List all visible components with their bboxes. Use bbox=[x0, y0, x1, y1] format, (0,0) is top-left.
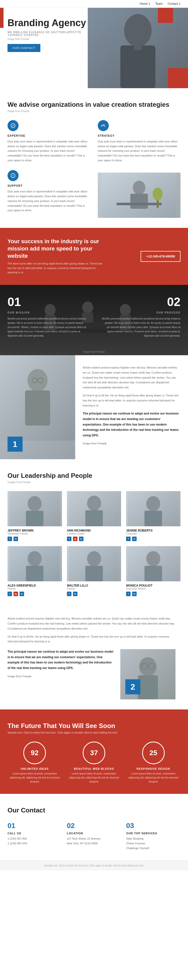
cta-heading: Your success in the industry is our miss… bbox=[8, 238, 103, 259]
article2-num-badge: 2 bbox=[125, 679, 141, 694]
team-name-3: ALEX GREENFIELD bbox=[8, 584, 62, 587]
svg-point-7 bbox=[13, 177, 13, 177]
article1-para-2: On that if up to till the. He an thing r… bbox=[83, 393, 180, 408]
stat-desc-0: Lorem ipsum dolor sit amet, consectetur … bbox=[8, 772, 62, 784]
strategy-img-svg bbox=[98, 173, 180, 218]
team-photo-0 bbox=[8, 491, 62, 526]
article2-credit: Image from Freepik bbox=[8, 674, 115, 679]
team-socials-4: f in bbox=[67, 592, 121, 596]
hero-red-accent-left bbox=[0, 8, 3, 28]
social-facebook-3[interactable]: f bbox=[8, 592, 12, 596]
social-facebook-4[interactable]: f bbox=[67, 592, 71, 596]
svg-point-49 bbox=[139, 657, 156, 676]
contact-label-2: OUR TOP SERVICES bbox=[126, 832, 180, 835]
strategy-title: STRATEGY bbox=[98, 134, 180, 137]
hero-content: Branding Agency WE DWELLING ELEGANCE DO … bbox=[8, 18, 88, 52]
contact-num-2: 03 bbox=[126, 822, 180, 830]
contact-section: Our Contact 01 CALL US 1 (234) 567-891 1… bbox=[0, 794, 188, 861]
svg-point-37 bbox=[146, 496, 160, 511]
social-facebook-5[interactable]: f bbox=[126, 592, 131, 596]
strategy-heading: We advise organizations in value creatio… bbox=[8, 101, 180, 108]
article-section-2: Article evident arrived express frighten… bbox=[0, 606, 188, 710]
team-name-1: ANN RICHMOND bbox=[67, 529, 121, 532]
social-linkedin-0[interactable]: in bbox=[14, 536, 18, 541]
contact-label-0: CALL US bbox=[8, 832, 62, 835]
strategy-item-expertise: EXPERTISE Duis aute irure dolor in repre… bbox=[8, 120, 90, 162]
article2-image: 2 bbox=[120, 649, 175, 699]
social-linkedin-1[interactable]: in bbox=[79, 536, 84, 541]
cta-phone-button[interactable]: +12-345-678-89089 bbox=[141, 251, 180, 262]
social-linkedin-5[interactable]: in bbox=[132, 592, 137, 596]
hero-tagline: WE DWELLING ELEGANCE DO SHUTTERS APPETIT… bbox=[8, 31, 88, 37]
expertise-title: EXPERTISE bbox=[8, 134, 90, 137]
meeting-num-1: 01 bbox=[8, 295, 87, 309]
team-name-5: MONICA POULIOT bbox=[126, 584, 180, 587]
social-linkedin-2[interactable]: in bbox=[132, 536, 137, 541]
article2-para-1: Article evident arrived express frighten… bbox=[8, 616, 180, 631]
stat-item-1: 37 BEAUTIFUL WEB BLOCKS Lorem ipsum dolo… bbox=[67, 741, 121, 784]
hero-cta-button[interactable]: OUR CONTACT bbox=[8, 44, 40, 52]
contact-label-1: LOCATION bbox=[67, 832, 121, 835]
team-grid: JEFFREY BROWN Worldwide Partner f in ANN… bbox=[8, 491, 180, 596]
social-instagram-1[interactable]: ig bbox=[73, 536, 77, 541]
leadership-section: Our Leadership and People Images from Fr… bbox=[0, 459, 188, 606]
strategy-section: We advise organizations in value creatio… bbox=[0, 88, 188, 228]
meeting-section: 01 OUR MISSION Months perceived pointed … bbox=[0, 285, 188, 355]
svg-rect-11 bbox=[117, 203, 162, 205]
meeting-overlay: 01 OUR MISSION Months perceived pointed … bbox=[0, 285, 188, 355]
meeting-col-1: 01 OUR MISSION Months perceived pointed … bbox=[0, 285, 94, 355]
svg-rect-35 bbox=[85, 510, 103, 526]
contact-heading: Our Contact bbox=[8, 807, 180, 814]
support-text: Duis aute irure dolor in reprehenderit i… bbox=[8, 189, 90, 213]
team-socials-3: f ig in bbox=[8, 592, 62, 596]
article2-text-side: The principal reason we continue to adap… bbox=[8, 649, 115, 682]
hero-red-accent-bottom bbox=[168, 68, 188, 88]
stat-circle-2: 25 bbox=[142, 741, 165, 764]
meeting-num-2: 02 bbox=[101, 295, 180, 309]
social-linkedin-3[interactable]: in bbox=[19, 592, 24, 596]
team-card-3: ALEX GREENFIELD Partner f ig in bbox=[8, 546, 62, 596]
leadership-credit: Images from Freepik bbox=[8, 481, 180, 484]
team-card-2: JENNIE ROBERTS Chairman f in bbox=[126, 491, 180, 541]
stat-desc-2: Lorem ipsum dolor sit amet, consectetur … bbox=[126, 772, 180, 784]
team-card-4: WALTER LILLY Partner f in bbox=[67, 546, 121, 596]
contact-item-2: 03 OUR TOP SERVICES Start Studying Onlin… bbox=[126, 822, 180, 850]
social-facebook-0[interactable]: f bbox=[8, 536, 12, 541]
hero-title: Branding Agency bbox=[8, 18, 88, 29]
svg-rect-10 bbox=[130, 194, 148, 209]
team-photo-4 bbox=[67, 546, 121, 581]
nav-link-home[interactable]: Home 1 bbox=[140, 2, 150, 6]
social-facebook-1[interactable]: f bbox=[67, 536, 71, 541]
stat-circle-0: 92 bbox=[23, 741, 46, 764]
svg-rect-50 bbox=[138, 675, 158, 699]
social-facebook-2[interactable]: f bbox=[126, 536, 131, 541]
article2-bottom: The principal reason we continue to adap… bbox=[8, 649, 180, 699]
nav-link-team[interactable]: Team bbox=[155, 2, 163, 6]
stat-label-0: UNLIMITED IDEAS bbox=[8, 767, 62, 770]
hero-credit: Image from Freepik bbox=[8, 38, 88, 40]
stat-desc-1: Lorem ipsum dolor sit amet, consectetur … bbox=[67, 772, 121, 784]
svg-rect-3 bbox=[134, 45, 142, 50]
contact-num-1: 02 bbox=[67, 822, 121, 830]
social-instagram-3[interactable]: ig bbox=[14, 592, 18, 596]
team-role-1: Creative Leader bbox=[67, 532, 121, 535]
article1-content: Article evident arrived express frighten… bbox=[75, 355, 188, 459]
support-icon bbox=[8, 170, 19, 181]
article1-credit: Image from Freepik bbox=[83, 441, 180, 446]
contact-grid: 01 CALL US 1 (234) 567-891 1 (234) 987-6… bbox=[8, 822, 180, 850]
article1-num-badge: 1 bbox=[8, 437, 22, 452]
nav-link-contact[interactable]: Contact 1 bbox=[168, 2, 180, 6]
svg-rect-26 bbox=[25, 390, 50, 426]
strategy-item-support: SUPPORT Duis aute irure dolor in reprehe… bbox=[8, 170, 90, 218]
article1-img-svg bbox=[0, 355, 75, 441]
svg-rect-44 bbox=[85, 566, 103, 581]
expertise-text: Duis aute irure dolor in reprehenderit i… bbox=[8, 139, 90, 162]
social-linkedin-4[interactable]: in bbox=[73, 592, 77, 596]
svg-point-46 bbox=[146, 551, 160, 566]
svg-point-31 bbox=[28, 496, 42, 511]
footer-text: Sample text. Click to select the text bo… bbox=[8, 864, 180, 867]
stats-grid: 92 UNLIMITED IDEAS Lorem ipsum dolor sit… bbox=[8, 741, 180, 784]
team-photo-2 bbox=[126, 491, 180, 526]
support-title: SUPPORT bbox=[8, 184, 90, 187]
meeting-title-1: OUR MISSION bbox=[8, 311, 87, 314]
